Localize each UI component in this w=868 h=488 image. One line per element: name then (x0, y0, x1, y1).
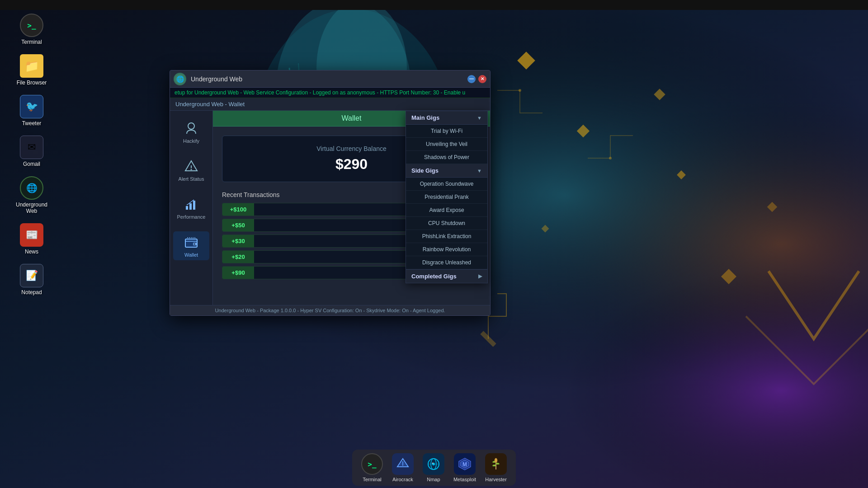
tx-amount-1: +$100 (222, 203, 254, 216)
performance-icon (183, 196, 199, 212)
gig-rainbow-revolution-label: Rainbow Revolution (423, 246, 471, 253)
notepad-icon: 📝 (26, 270, 38, 282)
taskbar-nmap[interactable]: Nmap (423, 453, 444, 482)
window-close-button[interactable]: ✕ (478, 75, 486, 83)
status-bar: Underground Web - Package 1.0.0.0 - Hype… (170, 305, 490, 315)
svg-text:M: M (462, 461, 467, 468)
window-app-icon: 🌐 (174, 73, 186, 85)
gomail-icon: ✉ (28, 141, 36, 153)
desktop-icon-terminal[interactable]: >_ Terminal (14, 14, 50, 45)
taskbar-airocrack-icon (392, 453, 414, 475)
main-gigs-arrow-icon: ▼ (477, 115, 482, 121)
side-gigs-arrow-icon: ▼ (477, 168, 482, 174)
taskbar-airocrack[interactable]: Airocrack (392, 453, 414, 482)
news-label: News (25, 249, 38, 255)
window-icon-symbol: 🌐 (176, 75, 184, 83)
svg-point-41 (495, 458, 497, 463)
tx-amount-5: +$90 (222, 267, 254, 279)
tx-amount-2: +$50 (222, 219, 254, 231)
gig-presidential-prank[interactable]: Presidential Prank (406, 191, 487, 204)
filebrowser-label: File Browser (17, 80, 47, 86)
taskbar-metasploit[interactable]: M Metasploit (453, 453, 476, 482)
svg-point-24 (191, 169, 192, 170)
taskbar-terminal[interactable]: >_ Terminal (361, 453, 383, 482)
nav-item-wallet[interactable]: Wallet (173, 231, 209, 260)
gig-disgrace-unleashed[interactable]: Disgrace Unleashed (406, 256, 487, 269)
window-controls: — ✕ (467, 75, 486, 83)
alert-status-label: Alert Status (179, 176, 204, 182)
taskbar-harvester[interactable]: Harvester (485, 453, 507, 482)
gig-phishlink-extraction[interactable]: PhishLink Extraction (406, 230, 487, 243)
desktop-icon-tweeter[interactable]: 🐦 Tweeter (14, 95, 50, 127)
desktop-icons: >_ Terminal 📁 File Browser 🐦 Tweeter ✉ G… (14, 14, 50, 296)
tweeter-label: Tweeter (22, 120, 42, 127)
main-gigs-header[interactable]: Main Gigs ▼ (406, 111, 487, 125)
desktop-icon-gomail[interactable]: ✉ Gomail (14, 136, 50, 167)
gomail-label: Gomail (23, 161, 40, 167)
svg-rect-25 (186, 206, 188, 210)
gig-presidential-prank-label: Presidential Prank (425, 194, 468, 200)
app-panel-title: Underground Web - Wallet (175, 101, 485, 110)
gig-phishlink-extraction-label: PhishLink Extraction (422, 233, 472, 239)
gig-cpu-shutdown[interactable]: CPU Shutdown (406, 217, 487, 230)
wallet-label: Wallet (184, 252, 198, 258)
wallet-icon (183, 234, 199, 250)
gig-trial-wifi-label: Trial by Wi-Fi (431, 128, 462, 134)
svg-point-20 (609, 157, 612, 160)
completed-gigs-header[interactable]: Completed Gigs ▶ (406, 269, 487, 283)
underweb-icon: 🌐 (26, 183, 38, 193)
window-titlebar: 🌐 Underground Web — ✕ (170, 70, 490, 88)
side-gigs-label: Side Gigs (411, 167, 439, 174)
desktop-icon-underweb[interactable]: 🌐 Underground Web (14, 176, 50, 214)
gigs-panel: Main Gigs ▼ Trial by Wi-Fi Unveiling the… (406, 111, 488, 283)
taskbar-harvester-label: Harvester (485, 477, 507, 482)
nav-item-alert-status[interactable]: Alert Status (173, 155, 209, 184)
gig-trial-wifi[interactable]: Trial by Wi-Fi (406, 125, 487, 138)
taskbar-metasploit-icon: M (454, 453, 476, 475)
gig-shadows-power[interactable]: Shadows of Power (406, 151, 487, 164)
news-icon: 📰 (26, 229, 38, 241)
alert-status-icon (183, 158, 199, 174)
tweeter-icon: 🐦 (26, 101, 38, 113)
desktop-icon-notepad[interactable]: 📝 Notepad (14, 264, 50, 296)
taskbar-inner: >_ Terminal Airocrack (352, 450, 516, 486)
window-title: Underground Web (191, 75, 467, 83)
taskbar-bottom: >_ Terminal Airocrack (0, 447, 868, 488)
nav-item-performance[interactable]: Performance (173, 193, 209, 222)
filebrowser-icon: 📁 (24, 59, 39, 73)
gig-award-expose-label: Award Expose (429, 207, 464, 213)
tx-amount-4: +$20 (222, 251, 254, 263)
tx-amount-3: +$30 (222, 235, 254, 247)
window-minimize-button[interactable]: — (467, 75, 476, 83)
completed-gigs-arrow-icon: ▶ (478, 273, 482, 279)
performance-label: Performance (177, 214, 206, 220)
svg-rect-27 (193, 201, 195, 210)
gig-operation-soundwave-label: Operation Soundwave (420, 181, 474, 187)
gig-disgrace-unleashed-label: Disgrace Unleashed (422, 259, 471, 266)
svg-point-19 (519, 89, 521, 92)
taskbar-harvester-icon (485, 453, 507, 475)
taskbar-top (0, 0, 868, 10)
desktop-icon-filebrowser[interactable]: 📁 File Browser (14, 54, 50, 86)
gig-rainbow-revolution[interactable]: Rainbow Revolution (406, 243, 487, 256)
ticker-bar: etup for Underground Web - Web Service C… (170, 88, 490, 98)
gig-unveiling-veil-label: Unveiling the Veil (426, 141, 467, 147)
hackify-label: Hackify (183, 138, 199, 144)
gig-operation-soundwave[interactable]: Operation Soundwave (406, 178, 487, 191)
taskbar-metasploit-label: Metasploit (453, 477, 476, 482)
nav-sidebar: Hackify Alert Status (170, 111, 213, 305)
gig-award-expose[interactable]: Award Expose (406, 204, 487, 217)
svg-point-22 (188, 123, 194, 129)
nav-item-hackify[interactable]: Hackify (173, 117, 209, 146)
gig-unveiling-veil[interactable]: Unveiling the Veil (406, 138, 487, 151)
desktop-icon-news[interactable]: 📰 News (14, 223, 50, 255)
terminal-label: Terminal (21, 39, 42, 45)
hackify-icon (183, 120, 199, 136)
notepad-label: Notepad (21, 289, 42, 296)
svg-point-38 (432, 463, 433, 464)
taskbar-terminal-label: Terminal (363, 477, 382, 482)
side-gigs-header[interactable]: Side Gigs ▼ (406, 164, 487, 178)
terminal-icon: >_ (27, 21, 36, 30)
main-gigs-label: Main Gigs (411, 114, 439, 121)
ticker-text: etup for Underground Web - Web Service C… (175, 89, 465, 96)
